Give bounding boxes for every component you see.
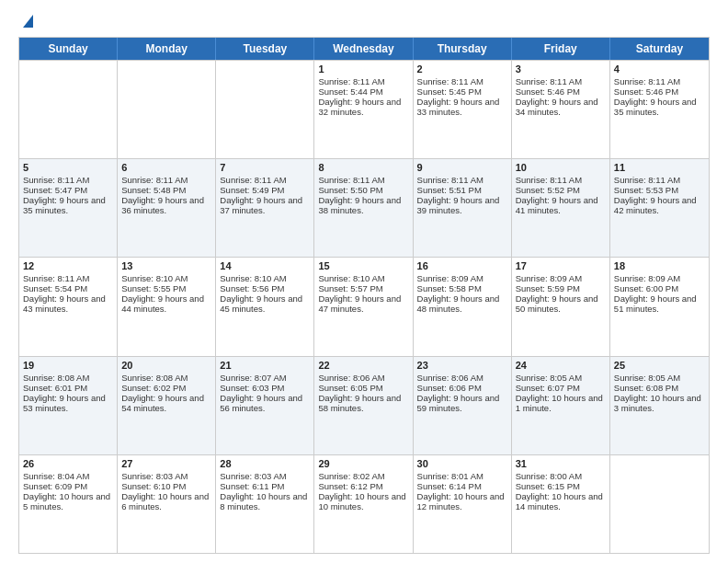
sunrise-text: Sunrise: 8:03 AM	[220, 471, 310, 481]
calendar-day-24: 24Sunrise: 8:05 AMSunset: 6:07 PMDayligh…	[512, 357, 610, 454]
day-number: 28	[220, 458, 310, 469]
sunset-text: Sunset: 5:46 PM	[516, 86, 606, 97]
day-number: 12	[23, 260, 113, 271]
svg-marker-0	[23, 15, 33, 28]
day-number: 23	[417, 360, 507, 371]
daylight-text: Daylight: 9 hours and 42 minutes.	[614, 195, 705, 215]
sunrise-text: Sunrise: 8:00 AM	[516, 471, 606, 481]
sunrise-text: Sunrise: 8:05 AM	[516, 373, 606, 383]
sunrise-text: Sunrise: 8:11 AM	[516, 175, 606, 185]
day-number: 13	[121, 260, 211, 271]
day-number: 21	[220, 360, 310, 371]
weekday-header-saturday: Saturday	[610, 38, 709, 60]
calendar-day-26: 26Sunrise: 8:04 AMSunset: 6:09 PMDayligh…	[19, 455, 118, 553]
sunset-text: Sunset: 5:52 PM	[516, 185, 606, 195]
calendar-day-20: 20Sunrise: 8:08 AMSunset: 6:02 PMDayligh…	[118, 357, 216, 454]
calendar-week-5: 26Sunrise: 8:04 AMSunset: 6:09 PMDayligh…	[19, 454, 709, 553]
calendar: SundayMondayTuesdayWednesdayThursdayFrid…	[18, 37, 710, 554]
day-number: 14	[220, 260, 310, 271]
daylight-text: Daylight: 10 hours and 5 minutes.	[23, 491, 113, 511]
weekday-header-monday: Monday	[118, 38, 216, 60]
calendar-day-25: 25Sunrise: 8:05 AMSunset: 6:08 PMDayligh…	[610, 357, 709, 454]
sunset-text: Sunset: 5:49 PM	[220, 185, 310, 195]
daylight-text: Daylight: 9 hours and 47 minutes.	[318, 293, 408, 314]
sunrise-text: Sunrise: 8:08 AM	[23, 373, 113, 383]
daylight-text: Daylight: 9 hours and 38 minutes.	[318, 195, 408, 215]
day-number: 7	[220, 162, 310, 173]
sunrise-text: Sunrise: 8:01 AM	[417, 471, 507, 481]
calendar-day-29: 29Sunrise: 8:02 AMSunset: 6:12 PMDayligh…	[314, 455, 413, 553]
header	[18, 15, 710, 29]
page: SundayMondayTuesdayWednesdayThursdayFrid…	[0, 0, 728, 563]
sunset-text: Sunset: 6:12 PM	[318, 481, 408, 491]
weekday-header-thursday: Thursday	[414, 38, 512, 60]
daylight-text: Daylight: 9 hours and 35 minutes.	[614, 97, 705, 117]
sunset-text: Sunset: 6:11 PM	[220, 481, 310, 491]
calendar-week-2: 5Sunrise: 8:11 AMSunset: 5:47 PMDaylight…	[19, 158, 709, 257]
sunrise-text: Sunrise: 8:11 AM	[614, 76, 705, 86]
day-number: 25	[614, 360, 705, 371]
daylight-text: Daylight: 9 hours and 36 minutes.	[121, 195, 211, 215]
sunrise-text: Sunrise: 8:10 AM	[220, 273, 310, 283]
daylight-text: Daylight: 9 hours and 33 minutes.	[417, 97, 507, 117]
weekday-header-sunday: Sunday	[19, 38, 118, 60]
calendar-week-3: 12Sunrise: 8:11 AMSunset: 5:54 PMDayligh…	[19, 257, 709, 355]
sunrise-text: Sunrise: 8:10 AM	[121, 273, 211, 283]
daylight-text: Daylight: 9 hours and 53 minutes.	[23, 393, 113, 413]
day-number: 24	[516, 360, 606, 371]
sunset-text: Sunset: 6:00 PM	[614, 283, 705, 293]
calendar-day-11: 11Sunrise: 8:11 AMSunset: 5:53 PMDayligh…	[610, 159, 709, 257]
calendar-day-16: 16Sunrise: 8:09 AMSunset: 5:58 PMDayligh…	[414, 258, 512, 355]
day-number: 2	[417, 63, 507, 75]
sunset-text: Sunset: 6:06 PM	[417, 383, 507, 393]
day-number: 18	[614, 260, 705, 271]
sunrise-text: Sunrise: 8:08 AM	[121, 373, 211, 383]
sunrise-text: Sunrise: 8:11 AM	[220, 175, 310, 185]
calendar-day-3: 3Sunrise: 8:11 AMSunset: 5:46 PMDaylight…	[512, 61, 610, 158]
calendar-day-2: 2Sunrise: 8:11 AMSunset: 5:45 PMDaylight…	[414, 61, 512, 158]
calendar-week-4: 19Sunrise: 8:08 AMSunset: 6:01 PMDayligh…	[19, 356, 709, 454]
calendar-day-30: 30Sunrise: 8:01 AMSunset: 6:14 PMDayligh…	[414, 455, 512, 553]
sunrise-text: Sunrise: 8:11 AM	[23, 273, 113, 283]
day-number: 16	[417, 260, 507, 271]
calendar-day-7: 7Sunrise: 8:11 AMSunset: 5:49 PMDaylight…	[216, 159, 314, 257]
sunset-text: Sunset: 5:58 PM	[417, 283, 507, 293]
day-number: 6	[121, 162, 211, 173]
sunrise-text: Sunrise: 8:11 AM	[614, 175, 705, 185]
day-number: 17	[516, 260, 606, 271]
calendar-day-empty-0-0	[19, 61, 118, 158]
daylight-text: Daylight: 9 hours and 44 minutes.	[121, 293, 211, 314]
sunrise-text: Sunrise: 8:11 AM	[23, 175, 113, 185]
calendar-day-12: 12Sunrise: 8:11 AMSunset: 5:54 PMDayligh…	[19, 258, 118, 355]
daylight-text: Daylight: 9 hours and 34 minutes.	[516, 97, 606, 117]
sunrise-text: Sunrise: 8:11 AM	[417, 76, 507, 86]
sunrise-text: Sunrise: 8:11 AM	[417, 175, 507, 185]
daylight-text: Daylight: 9 hours and 45 minutes.	[220, 293, 310, 314]
sunset-text: Sunset: 6:05 PM	[318, 383, 408, 393]
daylight-text: Daylight: 9 hours and 59 minutes.	[417, 393, 507, 413]
day-number: 29	[318, 458, 408, 469]
daylight-text: Daylight: 10 hours and 6 minutes.	[121, 491, 211, 511]
logo-triangle-icon	[20, 15, 33, 31]
calendar-day-31: 31Sunrise: 8:00 AMSunset: 6:15 PMDayligh…	[512, 455, 610, 553]
sunset-text: Sunset: 5:57 PM	[318, 283, 408, 293]
sunrise-text: Sunrise: 8:10 AM	[318, 273, 408, 283]
daylight-text: Daylight: 9 hours and 50 minutes.	[516, 293, 606, 314]
daylight-text: Daylight: 9 hours and 41 minutes.	[516, 195, 606, 215]
daylight-text: Daylight: 9 hours and 56 minutes.	[220, 393, 310, 413]
calendar-day-14: 14Sunrise: 8:10 AMSunset: 5:56 PMDayligh…	[216, 258, 314, 355]
calendar-week-1: 1Sunrise: 8:11 AMSunset: 5:44 PMDaylight…	[19, 60, 709, 158]
day-number: 4	[614, 63, 705, 75]
sunset-text: Sunset: 6:14 PM	[417, 481, 507, 491]
sunrise-text: Sunrise: 8:11 AM	[516, 76, 606, 86]
calendar-day-23: 23Sunrise: 8:06 AMSunset: 6:06 PMDayligh…	[414, 357, 512, 454]
sunrise-text: Sunrise: 8:09 AM	[614, 273, 705, 283]
calendar-header: SundayMondayTuesdayWednesdayThursdayFrid…	[19, 38, 709, 60]
calendar-day-5: 5Sunrise: 8:11 AMSunset: 5:47 PMDaylight…	[19, 159, 118, 257]
sunset-text: Sunset: 6:03 PM	[220, 383, 310, 393]
day-number: 3	[516, 63, 606, 75]
day-number: 22	[318, 360, 408, 371]
day-number: 19	[23, 360, 113, 371]
sunrise-text: Sunrise: 8:03 AM	[121, 471, 211, 481]
sunset-text: Sunset: 5:51 PM	[417, 185, 507, 195]
